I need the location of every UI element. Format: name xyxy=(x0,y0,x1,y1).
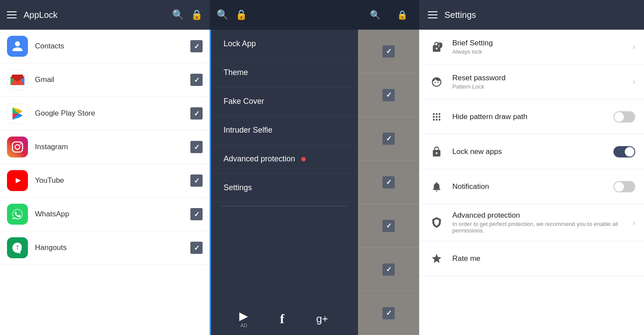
app-checkbox[interactable] xyxy=(190,141,203,153)
brief-setting-title: Brief Setting xyxy=(452,39,626,48)
advprotect-subtitle: In order to get perfect protection, we r… xyxy=(452,221,626,234)
facebook-social-icon[interactable]: f xyxy=(280,311,284,326)
settings-title: Settings xyxy=(444,10,635,20)
nav-item-fakecover[interactable]: Fake Cover xyxy=(210,87,358,116)
applist-lock-icon[interactable]: 🔒 xyxy=(191,9,203,21)
advprotect-text: Advanced protection In order to get perf… xyxy=(452,211,626,234)
rateme-text: Rate me xyxy=(452,254,635,263)
nav-item-lockapp[interactable]: Lock App xyxy=(210,30,358,58)
settings-item-locknew: Lock new apps xyxy=(419,134,644,169)
notification-icon-wrap xyxy=(428,181,445,192)
overlay-panel: 🔍 🔒 xyxy=(358,0,419,335)
svg-point-14 xyxy=(433,116,434,117)
advprotect-title: Advanced protection xyxy=(452,211,626,220)
brief-setting-text: Brief Setting Always lock xyxy=(452,39,626,55)
reset-pw-icon xyxy=(431,76,442,88)
list-item: Hangouts xyxy=(0,231,210,265)
nav-header: 🔍 🔒 xyxy=(210,0,358,30)
overlay-checkbox[interactable] xyxy=(382,263,395,276)
settings-item-brief[interactable]: i Brief Setting Always lock › xyxy=(419,30,644,65)
svg-point-17 xyxy=(433,119,434,120)
settings-list: i Brief Setting Always lock › Reset pass… xyxy=(419,30,644,335)
app-checkbox[interactable] xyxy=(190,242,203,254)
svg-rect-4 xyxy=(12,142,22,152)
nav-item-settings[interactable]: Settings xyxy=(210,174,358,202)
app-checkbox[interactable] xyxy=(190,208,203,220)
settings-header: Settings xyxy=(419,0,644,30)
rateme-icon xyxy=(431,253,442,264)
pattern-toggle[interactable] xyxy=(613,111,635,123)
reset-pw-title: Reset password xyxy=(452,74,626,82)
rateme-icon-wrap xyxy=(428,253,445,264)
applist-title: AppLock xyxy=(24,10,165,20)
settings-item-rateme[interactable]: Rate me xyxy=(419,241,644,276)
app-checkbox[interactable] xyxy=(190,40,203,52)
reset-pw-text: Reset password Pattern Lock xyxy=(452,74,626,90)
overlay-search-icon[interactable]: 🔍 xyxy=(370,10,381,20)
overlay-checkbox[interactable] xyxy=(382,45,395,58)
overlay-row xyxy=(358,291,419,335)
notification-toggle[interactable] xyxy=(613,181,635,192)
overlay-checkbox[interactable] xyxy=(382,220,395,232)
settings-item-notification: Notification xyxy=(419,169,644,204)
locknew-icon-wrap xyxy=(428,146,445,157)
overlay-lock-icon[interactable]: 🔒 xyxy=(397,10,408,20)
notification-text: Notification xyxy=(452,182,606,191)
app-name: Google Play Store xyxy=(35,109,183,118)
reset-pw-arrow: › xyxy=(633,77,635,86)
nav-list: Lock App Theme Fake Cover Intruder Selfi… xyxy=(210,30,358,302)
svg-point-6 xyxy=(20,144,21,145)
pattern-icon xyxy=(431,111,442,123)
settings-item-reset[interactable]: Reset password Pattern Lock › xyxy=(419,65,644,99)
overlay-checkbox[interactable] xyxy=(382,89,395,101)
svg-point-13 xyxy=(438,113,440,115)
nav-lock-icon[interactable]: 🔒 xyxy=(235,9,247,21)
gplus-social-icon[interactable]: g+ xyxy=(316,313,328,325)
blue-accent-bar xyxy=(210,30,211,335)
overlay-checkbox[interactable] xyxy=(382,176,395,188)
contacts-icon xyxy=(7,36,28,57)
notification-icon xyxy=(431,181,442,192)
list-item: Contacts xyxy=(0,30,210,63)
pattern-text: Hide pattern draw path xyxy=(452,113,606,121)
applist-header: AppLock 🔍 🔒 xyxy=(0,0,210,30)
list-item: Google Play Store xyxy=(0,97,210,130)
app-name: Instagram xyxy=(35,143,183,151)
advprotect-arrow: › xyxy=(633,218,635,227)
overlay-checkbox[interactable] xyxy=(382,133,395,145)
app-name: YouTube xyxy=(35,176,183,185)
svg-point-5 xyxy=(15,145,20,150)
settings-panel: Settings i Brief Setting Always lock › R… xyxy=(419,0,644,335)
hamburger-icon[interactable] xyxy=(7,11,17,18)
nav-item-intruder[interactable]: Intruder Selfie xyxy=(210,116,358,145)
nav-panel: 🔍 🔒 Lock App Theme Fake Cover Intruder S… xyxy=(210,0,358,335)
locknew-icon xyxy=(431,146,442,157)
list-item: Instagram xyxy=(0,130,210,164)
nav-item-advanced[interactable]: Advanced protection xyxy=(210,145,358,174)
overlay-row xyxy=(358,117,419,161)
locknew-toggle[interactable] xyxy=(613,146,635,157)
advprotect-icon xyxy=(431,217,442,228)
app-name: Contacts xyxy=(35,42,183,51)
applist-search-icon[interactable]: 🔍 xyxy=(172,9,184,21)
app-checkbox[interactable] xyxy=(190,174,203,187)
list-item: YouTube xyxy=(0,164,210,198)
gmail-icon xyxy=(7,69,28,90)
play-social-icon[interactable]: ▶ AD xyxy=(239,309,248,328)
nav-search-icon[interactable]: 🔍 xyxy=(217,9,228,21)
reset-pw-subtitle: Pattern Lock xyxy=(452,83,626,90)
app-checkbox[interactable] xyxy=(190,107,203,120)
app-checkbox[interactable] xyxy=(190,74,203,86)
overlay-checkbox[interactable] xyxy=(382,307,395,319)
list-item: Gmail xyxy=(0,63,210,97)
social-bar: ▶ AD f g+ xyxy=(210,302,358,335)
nav-item-theme[interactable]: Theme xyxy=(210,58,358,87)
notification-dot xyxy=(301,157,306,161)
app-name: Gmail xyxy=(35,75,183,84)
settings-item-pattern: Hide pattern draw path xyxy=(419,99,644,134)
brief-setting-subtitle: Always lock xyxy=(452,48,626,55)
svg-text:i: i xyxy=(438,44,439,48)
brief-setting-icon-wrap: i xyxy=(428,41,445,53)
settings-item-advprotect[interactable]: Advanced protection In order to get perf… xyxy=(419,204,644,241)
settings-hamburger-icon[interactable] xyxy=(428,11,437,18)
